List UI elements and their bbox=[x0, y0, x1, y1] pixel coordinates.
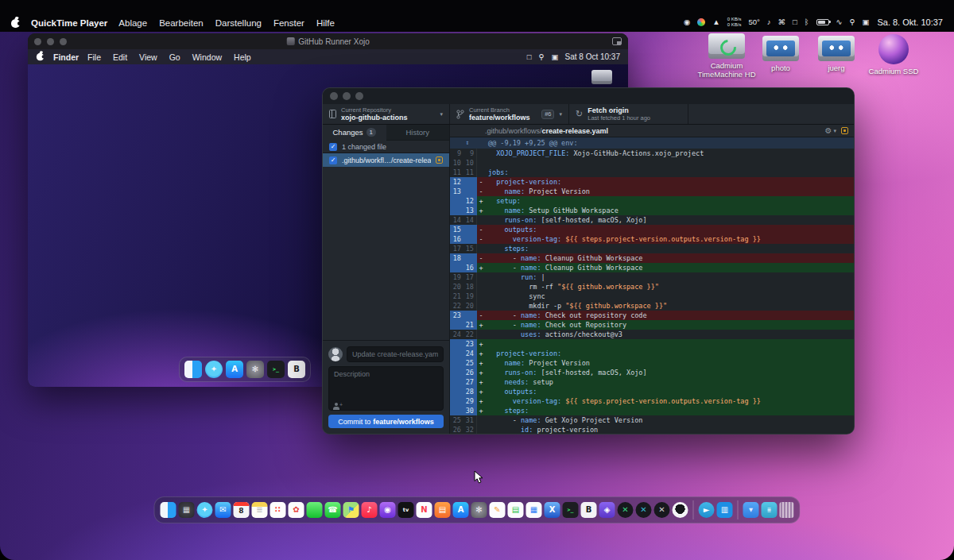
mail-icon[interactable]: ✉ bbox=[215, 502, 231, 518]
add-coauthor-icon[interactable] bbox=[333, 403, 342, 411]
minimize-button[interactable] bbox=[47, 38, 54, 45]
xojo-3-icon[interactable]: ✕ bbox=[654, 502, 670, 518]
battery-icon[interactable] bbox=[816, 19, 829, 25]
diff-row[interactable]: 2119 sync bbox=[450, 292, 854, 301]
github-icon[interactable] bbox=[673, 502, 688, 518]
changed-files-summary-row[interactable]: ✓ 1 changed file bbox=[323, 141, 449, 153]
github-desktop-icon[interactable]: ◈ bbox=[599, 502, 615, 518]
diff-row[interactable]: 13+ name: Setup GitHub Workspace bbox=[450, 206, 854, 215]
changed-file-row[interactable]: ✓ .github/workfl…/create-release.yaml bbox=[323, 153, 449, 167]
xojo-1-icon[interactable]: ✕ bbox=[618, 502, 634, 518]
tab-changes[interactable]: Changes 1 bbox=[323, 125, 386, 141]
vm-active-app-name[interactable]: Finder bbox=[53, 52, 79, 62]
diff-row[interactable]: 13- name: Project Version bbox=[450, 187, 854, 196]
close-button[interactable] bbox=[34, 38, 41, 45]
vm-menu-help[interactable]: Help bbox=[234, 52, 251, 62]
terminal-icon[interactable]: >_ bbox=[563, 502, 579, 518]
fetch-origin-button[interactable]: ↻ Fetch origin Last fetched 1 hour ago bbox=[569, 104, 688, 124]
vm-spotlight-icon[interactable]: ⚲ bbox=[539, 53, 545, 61]
wifi-icon[interactable]: ∿ bbox=[836, 18, 843, 26]
diff-row[interactable]: 1111jobs: bbox=[450, 168, 854, 177]
branch-selector[interactable]: Current Branch feature/workflows #6 ▾ bbox=[450, 104, 569, 124]
vm-control-center-icon[interactable]: ▣ bbox=[552, 53, 559, 61]
diff-row[interactable]: 18- - name: Cleanup Github Workspace bbox=[450, 253, 854, 263]
screen-record-icon[interactable]: ◉ bbox=[684, 18, 690, 26]
diff-row[interactable]: 24+ project-version: bbox=[450, 349, 854, 358]
finder-icon[interactable] bbox=[184, 361, 202, 378]
keyboard-icon[interactable]: ⌘ bbox=[778, 18, 786, 26]
diff-row[interactable]: 1917 run: | bbox=[450, 272, 854, 282]
trash-icon[interactable] bbox=[780, 502, 794, 518]
select-all-checkbox[interactable]: ✓ bbox=[329, 143, 337, 151]
expand-hunk-icon[interactable]: ↕ bbox=[450, 137, 485, 149]
diff-row[interactable]: 21+ - name: Check out Repository bbox=[450, 320, 854, 330]
desktop-icon-juerg[interactable]: juerg bbox=[811, 36, 862, 72]
vm-desktop-drive-icon[interactable] bbox=[591, 70, 612, 84]
maps-icon[interactable]: ⚑ bbox=[343, 502, 359, 518]
menu-fenster[interactable]: Fenster bbox=[273, 18, 304, 28]
menu-bearbeiten[interactable]: Bearbeiten bbox=[159, 18, 204, 28]
diff-row[interactable]: 16+ - name: Cleanup Github Workspace bbox=[450, 263, 854, 272]
vm-display-icon[interactable]: □ bbox=[527, 53, 532, 61]
menu-ablage[interactable]: Ablage bbox=[118, 18, 147, 28]
news-icon[interactable]: N bbox=[417, 502, 432, 518]
menubar-clock[interactable]: Sa. 8. Okt. 10:37 bbox=[877, 17, 943, 27]
diff-row[interactable]: 15- outputs: bbox=[450, 225, 854, 234]
eject-icon[interactable]: ▲ bbox=[712, 18, 719, 26]
diff-row[interactable]: 23- - name: Check out repository code bbox=[450, 311, 854, 320]
books-icon[interactable]: ▤ bbox=[435, 502, 451, 518]
vm-menu-edit[interactable]: Edit bbox=[113, 52, 127, 62]
spotlight-icon[interactable]: ⚲ bbox=[849, 18, 855, 26]
bbedit-icon[interactable]: B bbox=[288, 361, 305, 378]
menu-hilfe[interactable]: Hilfe bbox=[316, 18, 335, 28]
diff-row[interactable]: 23+ bbox=[450, 339, 854, 349]
commit-summary-input[interactable] bbox=[347, 346, 444, 362]
xcode-icon[interactable]: X bbox=[545, 502, 560, 518]
apple-menu-icon[interactable] bbox=[11, 19, 20, 28]
bluetooth-icon[interactable]: ᛒ bbox=[805, 18, 809, 26]
app-store-icon[interactable]: A bbox=[226, 361, 243, 378]
diff-row[interactable]: 2220 mkdir -p "${{ github.workspace }}" bbox=[450, 301, 854, 311]
diff-row[interactable]: 2018 rm -rf "${{ github.workspace }}" bbox=[450, 282, 854, 292]
bbedit-icon[interactable]: B bbox=[581, 502, 597, 518]
diff-row[interactable]: 12+ setup: bbox=[450, 196, 854, 206]
messages-icon[interactable] bbox=[307, 502, 323, 518]
desktop-icon-photo[interactable]: photo bbox=[755, 36, 806, 72]
telegram-icon[interactable]: ► bbox=[699, 502, 715, 518]
temperature-stat[interactable]: 50° bbox=[748, 18, 759, 26]
diff-hunk-header[interactable]: ↕ @@ -9,19 +9,25 @@ env: bbox=[450, 137, 854, 149]
diff-row[interactable]: 2422 uses: actions/checkout@v3 bbox=[450, 330, 854, 339]
music-note-icon[interactable]: ♪ bbox=[767, 18, 771, 26]
colorful-app-icon[interactable] bbox=[697, 18, 705, 26]
diff-row[interactable]: 99 XOJO_PROJECT_FILE: Xojo-GitHub-Action… bbox=[450, 149, 854, 158]
documents-folder-icon[interactable]: ≣ bbox=[762, 502, 778, 518]
safari-icon[interactable]: ✦ bbox=[197, 502, 213, 518]
diff-row[interactable]: 28+ outputs: bbox=[450, 387, 854, 396]
vm-menu-go[interactable]: Go bbox=[169, 52, 180, 62]
keynote-icon[interactable]: ▦ bbox=[526, 502, 542, 518]
numbers-icon[interactable]: ▤ bbox=[508, 502, 524, 518]
tv-icon[interactable]: tv bbox=[398, 502, 414, 518]
calendar-icon[interactable]: 8 bbox=[234, 502, 250, 518]
close-button[interactable] bbox=[330, 92, 338, 100]
music-icon[interactable]: ♪ bbox=[362, 502, 378, 518]
diff-row[interactable]: 2531 - name: Get Xojo Project Version bbox=[450, 415, 854, 425]
menu-darstellung[interactable]: Darstellung bbox=[215, 18, 262, 28]
docker-icon[interactable]: ▥ bbox=[717, 502, 733, 518]
diff-row[interactable]: 1010 bbox=[450, 158, 854, 168]
commit-description-box[interactable] bbox=[328, 366, 444, 411]
diff-row[interactable]: 12- project-version: bbox=[450, 177, 854, 187]
minimize-button[interactable] bbox=[343, 92, 351, 100]
xojo-2-icon[interactable]: ✕ bbox=[636, 502, 652, 518]
file-checkbox[interactable]: ✓ bbox=[329, 156, 337, 164]
system-preferences-icon[interactable]: ✻ bbox=[246, 361, 264, 378]
diff-options-gear-icon[interactable]: ⚙ ▾ bbox=[825, 126, 836, 135]
safari-icon[interactable]: ✦ bbox=[205, 361, 223, 378]
launchpad-icon[interactable]: ▦ bbox=[179, 502, 195, 518]
control-center-icon[interactable]: ▣ bbox=[862, 18, 869, 26]
reminders-icon[interactable]: ∷ bbox=[270, 502, 286, 518]
terminal-icon[interactable]: >_ bbox=[267, 361, 285, 378]
photos-icon[interactable]: ✿ bbox=[289, 502, 304, 518]
tab-history[interactable]: History bbox=[386, 125, 450, 141]
diff-row[interactable]: 29+ version-tag: ${{ steps.project-versi… bbox=[450, 396, 854, 406]
